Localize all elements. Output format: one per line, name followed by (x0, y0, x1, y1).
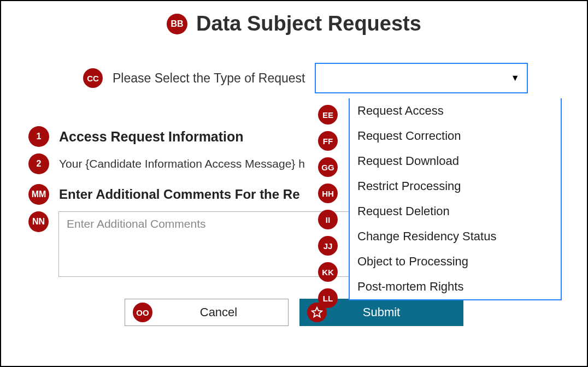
submit-label: Submit (363, 305, 400, 319)
request-type-dropdown: Request Access Request Correction Reques… (349, 98, 562, 300)
option-restrict-processing[interactable]: Restrict Processing (350, 174, 561, 199)
svg-marker-0 (312, 307, 322, 317)
option-request-correction[interactable]: Request Correction (350, 123, 561, 149)
chevron-down-icon: ▼ (511, 73, 520, 83)
badge-2: 2 (28, 153, 49, 174)
request-type-row: CC Please Select the Type of Request ▼ (83, 63, 560, 93)
badge-jj: JJ (318, 236, 338, 256)
form-container: BB Data Subject Requests CC Please Selec… (0, 0, 588, 367)
cancel-label: Cancel (200, 305, 237, 319)
badge-ll: LL (318, 288, 338, 308)
comments-label: Enter Additional Comments For the Re (59, 187, 299, 202)
request-type-select[interactable]: ▼ (315, 63, 528, 93)
badge-ii: II (318, 210, 338, 229)
button-row: OO Cancel Submit (28, 299, 560, 326)
badge-title: BB (167, 14, 187, 34)
badge-ee: EE (318, 105, 338, 125)
access-request-heading: Access Request Information (59, 129, 244, 145)
request-type-label: Please Select the Type of Request (113, 71, 305, 86)
badge-nn: NN (28, 211, 49, 232)
badge-select-label: CC (83, 68, 103, 88)
dropdown-badge-column: EE FF GG HH II JJ KK LL (318, 105, 338, 308)
badge-mm: MM (28, 184, 49, 205)
option-object-processing[interactable]: Object to Processing (350, 249, 561, 274)
badge-oo: OO (133, 303, 152, 322)
badge-gg: GG (318, 157, 338, 177)
page-title: Data Subject Requests (196, 12, 421, 35)
cancel-button[interactable]: OO Cancel (125, 299, 289, 326)
option-request-deletion[interactable]: Request Deletion (350, 199, 561, 224)
badge-kk: KK (318, 262, 338, 282)
badge-hh: HH (318, 183, 338, 203)
badge-ff: FF (318, 131, 338, 151)
title-row: BB Data Subject Requests (28, 12, 560, 35)
option-request-download[interactable]: Request Download (350, 149, 561, 174)
access-request-sub: Your {Candidate Information Access Messa… (59, 157, 305, 170)
badge-1: 1 (28, 126, 49, 147)
option-change-residency[interactable]: Change Residency Status (350, 224, 561, 249)
option-request-access[interactable]: Request Access (350, 98, 561, 123)
option-post-mortem-rights[interactable]: Post-mortem Rights (350, 274, 561, 299)
